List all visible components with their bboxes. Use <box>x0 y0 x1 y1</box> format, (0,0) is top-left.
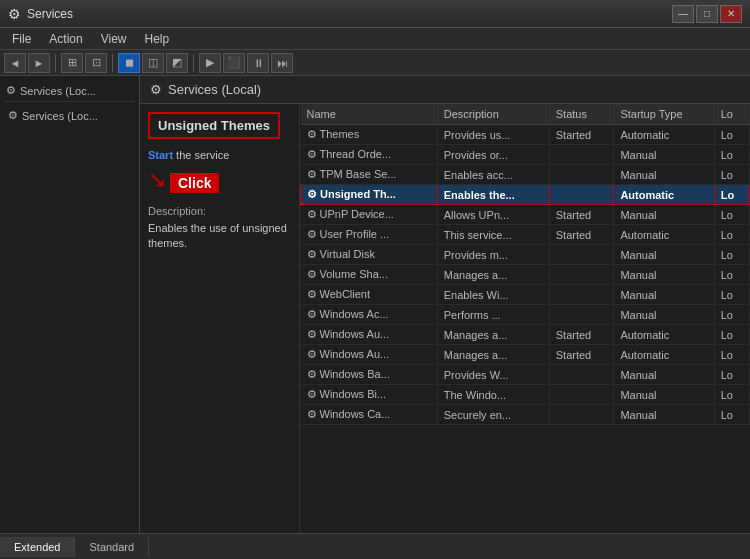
right-panel-header: ⚙ Services (Local) <box>140 76 750 104</box>
table-row[interactable]: ⚙ThemesProvides us...StartedAutomaticLo <box>301 125 750 145</box>
gear-icon: ⚙ <box>6 84 16 97</box>
service-startup-cell: Manual <box>614 165 714 185</box>
service-desc-cell: Manages a... <box>437 345 549 365</box>
service-desc-cell: Provides W... <box>437 365 549 385</box>
menu-view[interactable]: View <box>93 30 135 48</box>
service-name-cell: ⚙Volume Sha... <box>301 265 438 285</box>
table-row[interactable]: ⚙TPM Base Se...Enables acc...ManualLo <box>301 165 750 185</box>
minimize-button[interactable]: — <box>672 5 694 23</box>
service-lo-cell: Lo <box>714 185 749 205</box>
service-status-cell <box>549 305 614 325</box>
tab-standard[interactable]: Standard <box>75 537 149 557</box>
service-desc-cell: Enables Wi... <box>437 285 549 305</box>
service-name-cell: ⚙Unsigned Th... <box>301 185 438 205</box>
service-lo-cell: Lo <box>714 125 749 145</box>
col-lo[interactable]: Lo <box>714 104 749 125</box>
toolbar-btn-2[interactable]: ⊡ <box>85 53 107 73</box>
toolbar-btn-1[interactable]: ⊞ <box>61 53 83 73</box>
toolbar-separator-1 <box>55 54 56 72</box>
window-controls: — □ ✕ <box>672 5 742 23</box>
service-startup-cell: Manual <box>614 385 714 405</box>
start-link[interactable]: Start <box>148 149 173 161</box>
service-status-cell <box>549 245 614 265</box>
menu-action[interactable]: Action <box>41 30 90 48</box>
service-lo-cell: Lo <box>714 165 749 185</box>
unsigned-themes-label: Unsigned Themes <box>148 112 280 139</box>
service-status-cell <box>549 365 614 385</box>
service-startup-cell: Manual <box>614 305 714 325</box>
service-gear-icon: ⚙ <box>307 128 317 140</box>
service-name-cell: ⚙UPnP Device... <box>301 205 438 225</box>
toolbar-separator-3 <box>193 54 194 72</box>
toolbar-back[interactable]: ◄ <box>4 53 26 73</box>
table-row[interactable]: ⚙Windows Bi...The Windo...ManualLo <box>301 385 750 405</box>
table-row[interactable]: ⚙WebClientEnables Wi...ManualLo <box>301 285 750 305</box>
service-gear-icon: ⚙ <box>307 388 317 400</box>
table-row[interactable]: ⚙Unsigned Th...Enables the...AutomaticLo <box>301 185 750 205</box>
service-gear-icon: ⚙ <box>307 308 317 320</box>
table-row[interactable]: ⚙Windows Au...Manages a...StartedAutomat… <box>301 325 750 345</box>
table-row[interactable]: ⚙User Profile ...This service...StartedA… <box>301 225 750 245</box>
service-gear-icon: ⚙ <box>307 328 317 340</box>
toolbar-btn-blue[interactable]: ◼ <box>118 53 140 73</box>
services-table: Name Description Status Startup Type Lo … <box>300 104 750 425</box>
service-lo-cell: Lo <box>714 405 749 425</box>
service-name-cell: ⚙Virtual Disk <box>301 245 438 265</box>
col-description[interactable]: Description <box>437 104 549 125</box>
tab-extended[interactable]: Extended <box>0 537 75 557</box>
service-desc-cell: Allows UPn... <box>437 205 549 225</box>
service-lo-cell: Lo <box>714 305 749 325</box>
table-row[interactable]: ⚙Windows Ba...Provides W...ManualLo <box>301 365 750 385</box>
table-row[interactable]: ⚙Volume Sha...Manages a...ManualLo <box>301 265 750 285</box>
table-row[interactable]: ⚙Windows Ca...Securely en...ManualLo <box>301 405 750 425</box>
service-status-cell <box>549 405 614 425</box>
service-lo-cell: Lo <box>714 205 749 225</box>
table-row[interactable]: ⚙Virtual DiskProvides m...ManualLo <box>301 245 750 265</box>
col-startup[interactable]: Startup Type <box>614 104 714 125</box>
service-lo-cell: Lo <box>714 145 749 165</box>
service-name-cell: ⚙Windows Au... <box>301 345 438 365</box>
table-row[interactable]: ⚙UPnP Device...Allows UPn...StartedManua… <box>301 205 750 225</box>
toolbar-pause[interactable]: ⏸ <box>247 53 269 73</box>
table-row[interactable]: ⚙Windows Ac...Performs ...ManualLo <box>301 305 750 325</box>
sidebar-item-services-local[interactable]: ⚙ Services (Loc... <box>4 106 135 125</box>
service-lo-cell: Lo <box>714 365 749 385</box>
table-row[interactable]: ⚙Thread Orde...Provides or...ManualLo <box>301 145 750 165</box>
description-text: Enables the use of unsigned themes. <box>148 221 291 252</box>
service-status-cell: Started <box>549 125 614 145</box>
menu-file[interactable]: File <box>4 30 39 48</box>
service-lo-cell: Lo <box>714 225 749 245</box>
services-table-container[interactable]: Name Description Status Startup Type Lo … <box>300 104 750 533</box>
service-desc-cell: Manages a... <box>437 325 549 345</box>
toolbar-restart[interactable]: ⏭ <box>271 53 293 73</box>
window-title: Services <box>27 7 73 21</box>
service-lo-cell: Lo <box>714 385 749 405</box>
info-panel: Unsigned Themes Start the service ↘ Clic… <box>140 104 300 533</box>
toolbar-btn-4[interactable]: ◩ <box>166 53 188 73</box>
service-desc-cell: Enables the... <box>437 185 549 205</box>
service-status-cell <box>549 165 614 185</box>
title-bar: ⚙ Services — □ ✕ <box>0 0 750 28</box>
service-status-cell: Started <box>549 225 614 245</box>
toolbar-play[interactable]: ▶ <box>199 53 221 73</box>
service-desc-cell: Enables acc... <box>437 165 549 185</box>
close-button[interactable]: ✕ <box>720 5 742 23</box>
menu-help[interactable]: Help <box>137 30 178 48</box>
table-row[interactable]: ⚙Windows Au...Manages a...StartedAutomat… <box>301 345 750 365</box>
maximize-button[interactable]: □ <box>696 5 718 23</box>
service-desc-cell: Manages a... <box>437 265 549 285</box>
col-name[interactable]: Name <box>301 104 438 125</box>
toolbar-btn-3[interactable]: ◫ <box>142 53 164 73</box>
toolbar-forward[interactable]: ► <box>28 53 50 73</box>
toolbar-stop[interactable]: ⬛ <box>223 53 245 73</box>
service-startup-cell: Manual <box>614 365 714 385</box>
toolbar: ◄ ► ⊞ ⊡ ◼ ◫ ◩ ▶ ⬛ ⏸ ⏭ <box>0 50 750 76</box>
service-name-cell: ⚙Themes <box>301 125 438 145</box>
service-startup-cell: Automatic <box>614 125 714 145</box>
service-gear-icon: ⚙ <box>307 208 317 220</box>
menu-bar: File Action View Help <box>0 28 750 50</box>
service-startup-cell: Automatic <box>614 345 714 365</box>
service-lo-cell: Lo <box>714 345 749 365</box>
col-status[interactable]: Status <box>549 104 614 125</box>
description-title: Description: <box>148 205 291 217</box>
